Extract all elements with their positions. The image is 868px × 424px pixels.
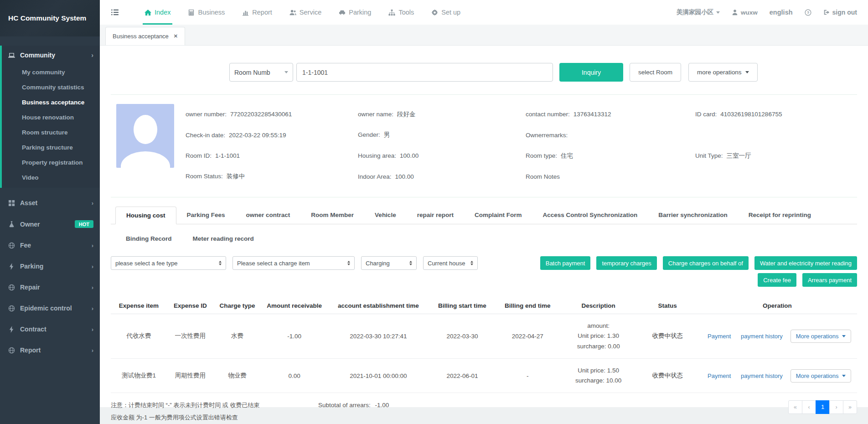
- language-toggle[interactable]: english: [770, 9, 793, 16]
- field-owner-number: owner number:772022032285430061: [186, 111, 358, 118]
- field-unit-type: Unit Type:三室一厅: [695, 152, 857, 160]
- tab-receipt-reprinting[interactable]: Receipt for reprinting: [738, 207, 822, 224]
- field-checkin-date: Check-in date:2022-03-22 09:55:19: [186, 132, 358, 139]
- nav-item-service[interactable]: Service: [289, 0, 321, 25]
- tab-business-acceptance[interactable]: Business acceptance ✕: [105, 27, 185, 45]
- nav-item-set-up[interactable]: Set up: [431, 0, 460, 25]
- tab-parking-fees[interactable]: Parking Fees: [176, 207, 236, 224]
- sidebar-item-business-acceptance[interactable]: Business acceptance: [2, 95, 100, 110]
- sidebar-item-property-registration[interactable]: Property registration: [2, 155, 100, 170]
- sidebar-item-community-statistics[interactable]: Community statistics: [2, 80, 100, 95]
- payment-link[interactable]: Payment: [708, 372, 731, 379]
- sidebar-item-room-structure[interactable]: Room structure: [2, 125, 100, 140]
- sidebar-item-my-community[interactable]: My community: [2, 65, 100, 80]
- temporary-charges-button[interactable]: temporary charges: [596, 256, 656, 270]
- page-1-button[interactable]: 1: [816, 400, 830, 414]
- payment-history-link[interactable]: payment history: [741, 333, 783, 340]
- chevron-right-icon: ›: [92, 326, 93, 333]
- page-first-button[interactable]: «: [788, 400, 802, 414]
- payment-history-link[interactable]: payment history: [741, 372, 783, 379]
- sidebar-group-community: Community › My community Community stati…: [0, 46, 100, 188]
- sidebar-item-video[interactable]: Video: [2, 170, 100, 185]
- content-panel: Room Numb Inquiry select Room more opera…: [100, 46, 868, 407]
- svg-text:?: ?: [806, 10, 809, 15]
- community-selector[interactable]: 美满家园小区: [677, 8, 720, 16]
- tab-meter-reading-record[interactable]: Meter reading record: [182, 230, 264, 247]
- row-more-operations-button[interactable]: More operations: [790, 330, 851, 343]
- house-scope-select[interactable]: Current house: [423, 256, 478, 270]
- search-field-select[interactable]: Room Numb: [229, 63, 293, 82]
- charge-item-select[interactable]: Please select a charge item: [232, 256, 355, 270]
- tab-binding-record[interactable]: Binding Record: [115, 230, 182, 247]
- create-fee-button[interactable]: Create fee: [758, 273, 796, 287]
- field-room-type: Room type:住宅: [526, 152, 695, 160]
- tab-room-member[interactable]: Room Member: [300, 207, 364, 224]
- charge-on-behalf-button[interactable]: Charge charges on behalf of: [663, 256, 749, 270]
- laptop-icon: [8, 52, 15, 59]
- sidebar-item-repair[interactable]: Repair›: [0, 277, 100, 298]
- page-last-button[interactable]: »: [843, 400, 857, 414]
- close-icon[interactable]: ✕: [174, 33, 178, 39]
- tab-barrier-sync[interactable]: Barrier synchronization: [648, 207, 738, 224]
- sidebar-item-contract[interactable]: Contract›: [0, 319, 100, 340]
- field-indoor-area: Indoor Area:100.00: [358, 173, 526, 180]
- arrears-payment-button[interactable]: Arrears payment: [802, 273, 857, 287]
- sidebar-item-community[interactable]: Community ›: [2, 46, 100, 65]
- help-button[interactable]: ?: [805, 9, 811, 16]
- charging-status-select[interactable]: Charging: [361, 256, 417, 270]
- signout-icon: [823, 9, 830, 16]
- inquiry-button[interactable]: Inquiry: [559, 63, 623, 82]
- nav-item-index[interactable]: Index: [145, 0, 170, 25]
- nav-item-parking[interactable]: Parking: [339, 0, 371, 25]
- sidebar-item-asset[interactable]: Asset›: [0, 192, 100, 213]
- tab-housing-cost[interactable]: Housing cost: [115, 207, 176, 224]
- select-room-button[interactable]: select Room: [630, 63, 681, 82]
- nav-item-business[interactable]: Business: [188, 0, 225, 25]
- page-prev-button[interactable]: ‹: [802, 400, 816, 414]
- page-next-button[interactable]: ›: [829, 400, 843, 414]
- sidebar-item-report[interactable]: Report›: [0, 340, 100, 361]
- tab-repair-report[interactable]: repair report: [407, 207, 464, 224]
- owner-avatar: [116, 104, 174, 168]
- tab-owner-contract[interactable]: owner contract: [236, 207, 301, 224]
- fee-type-select[interactable]: please select a fee type: [111, 256, 226, 270]
- sidebar-item-epidemic-control[interactable]: Epidemic control›: [0, 298, 100, 319]
- detail-tabs-row2: Binding Record Meter reading record: [111, 224, 857, 248]
- signout-button[interactable]: sign out: [823, 9, 857, 16]
- room-search-input[interactable]: [296, 63, 553, 82]
- payment-link[interactable]: Payment: [708, 333, 731, 340]
- sidebar-item-parking-structure[interactable]: Parking structure: [2, 140, 100, 155]
- meter-reading-button[interactable]: Water and electricity meter reading: [754, 256, 857, 270]
- tab-vehicle[interactable]: Vehicle: [364, 207, 407, 224]
- row-more-operations-button[interactable]: More operations: [790, 369, 851, 383]
- caret-down-icon: [842, 335, 846, 337]
- chevron-right-icon: ›: [92, 242, 93, 249]
- chevron-right-icon: ›: [92, 284, 93, 291]
- user-menu[interactable]: wuxw: [732, 9, 758, 16]
- updown-arrows-icon: [219, 261, 222, 265]
- more-operations-button[interactable]: more operations: [688, 63, 758, 82]
- sidebar-item-fee[interactable]: Fee›: [0, 235, 100, 256]
- batch-payment-button[interactable]: Batch payment: [540, 256, 591, 270]
- sitemap-icon: [388, 9, 395, 16]
- col-charge-type: Charge type: [214, 298, 261, 314]
- bolt-icon: [8, 263, 15, 270]
- col-account-time: account establishment time: [328, 298, 429, 314]
- arrears-subtotal: Subtotal of arrears: -1.00: [318, 399, 389, 408]
- menu-toggle-icon[interactable]: [111, 8, 119, 16]
- table-footer: 注意：计费结束时间 “-” 表示未到计费时间 或 收费已结束 应收金额 为-1 …: [111, 399, 857, 424]
- tab-complaint-form[interactable]: Complaint Form: [464, 207, 532, 224]
- field-room-notes: Room Notes: [526, 173, 695, 180]
- question-circle-icon: ?: [805, 9, 811, 16]
- grid-icon: [8, 200, 15, 207]
- sidebar-item-owner[interactable]: Owner HOT: [0, 213, 100, 235]
- nav-item-tools[interactable]: Tools: [388, 0, 414, 25]
- sidebar: HC Community System Community › My commu…: [0, 0, 100, 424]
- nav-item-report[interactable]: Report: [242, 0, 272, 25]
- sidebar-item-house-renovation[interactable]: House renovation: [2, 110, 100, 125]
- tab-access-control-sync[interactable]: Access Control Synchronization: [532, 207, 648, 224]
- chevron-right-icon: ›: [92, 347, 93, 354]
- col-status: Status: [638, 298, 698, 314]
- sidebar-item-parking[interactable]: Parking›: [0, 256, 100, 277]
- billing-notes: 注意：计费结束时间 “-” 表示未到计费时间 或 收费已结束 应收金额 为-1 …: [111, 399, 318, 424]
